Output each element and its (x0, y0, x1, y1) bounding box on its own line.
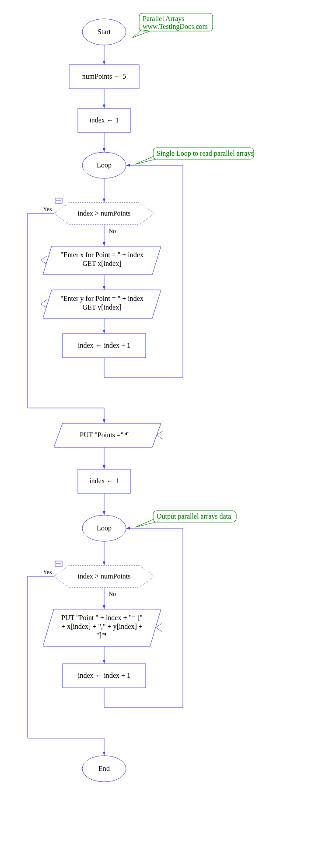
svg-text:Parallel Arrays: Parallel Arrays (143, 15, 185, 23)
assign-index1-label: index ← 1 (89, 116, 119, 124)
decision2-label: index > numPoints (77, 572, 130, 580)
output-point-label-3: "]"¶ (96, 631, 108, 639)
decision1-label: index > numPoints (77, 209, 130, 217)
svg-text:www.TestingDocs.com: www.TestingDocs.com (143, 23, 208, 31)
output-point-label-2: + x[index] + "," + y[index] + (61, 623, 143, 631)
svg-text:Output parallel arrays data: Output parallel arrays data (157, 512, 231, 520)
start-label: Start (98, 28, 111, 35)
assign-index2-label: index ← 1 (89, 477, 119, 485)
flowchart-diagram: Parallel Arrays www.TestingDocs.com Star… (4, 3, 336, 868)
end-label: End (98, 765, 110, 772)
annotation-title: Parallel Arrays www.TestingDocs.com (133, 13, 213, 38)
edge-yes2 (28, 576, 104, 756)
increment1-label: index ← index + 1 (78, 342, 130, 349)
assign-numpoints-label: numPoints ← 5 (82, 73, 126, 80)
increment2-label: index ← index + 1 (78, 672, 130, 679)
input-x-label-1: "Enter x for Point = " + index (60, 251, 144, 258)
output-points-label: PUT "Points =" ¶ (80, 431, 129, 439)
annotation-loop2: Output parallel arrays data (135, 511, 236, 527)
input-y-label-2: GET y[index] (82, 303, 121, 311)
no-label: No (108, 228, 116, 234)
no-label-2: No (108, 591, 116, 597)
loop1-label: Loop (97, 161, 112, 169)
input-x-label-2: GET x[index] (82, 260, 121, 267)
svg-text:Single Loop to read parallel a: Single Loop to read parallel arrays (157, 150, 254, 157)
yes-label: Yes (43, 206, 52, 213)
input-y-label-1: "Enter y for Point = " + index (60, 295, 144, 303)
yes-label-2: Yes (43, 569, 52, 575)
loop2-label: Loop (97, 524, 112, 532)
annotation-loop1: Single Loop to read parallel arrays (135, 148, 254, 164)
output-point-label-1: PUT "Point " + index + "= [" (61, 614, 143, 621)
